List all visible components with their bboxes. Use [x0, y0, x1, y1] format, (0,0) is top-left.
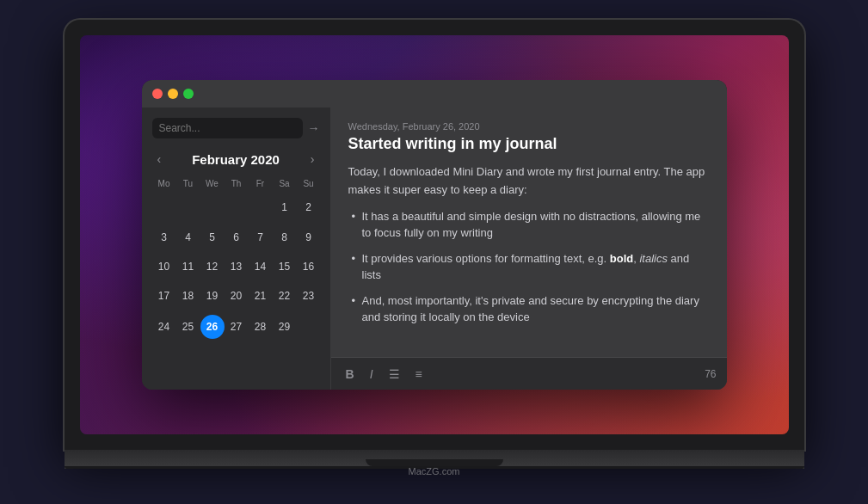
day-cell[interactable]	[152, 191, 176, 223]
weekday-mo: Mo	[152, 176, 176, 191]
day-cell[interactable]: 16	[297, 252, 321, 281]
day-cell[interactable]: 8	[273, 223, 297, 252]
calendar-month-year: February 2020	[192, 152, 280, 167]
day-cell[interactable]: 3	[152, 223, 176, 252]
macbook-outer: → ‹ February 2020 ›	[65, 20, 804, 484]
laptop-notch	[366, 459, 503, 466]
calendar: ‹ February 2020 › Mo Tu	[152, 151, 320, 379]
bullet2-pre: It provides various options for formatti…	[362, 252, 610, 265]
table-row: 10 11 12 13 14 15 16	[152, 252, 321, 281]
day-cell[interactable]: 5	[200, 223, 225, 252]
day-cell[interactable]: 24	[152, 310, 176, 342]
list-item: And, most importantly, it's private and …	[348, 292, 710, 326]
day-cell[interactable]: 15	[273, 252, 297, 281]
day-cell[interactable]: 28	[249, 310, 273, 342]
day-cell[interactable]: 4	[176, 223, 200, 252]
day-cell[interactable]: 29	[273, 310, 297, 342]
search-input[interactable]	[152, 118, 303, 138]
day-cell[interactable]	[225, 191, 249, 223]
day-cell[interactable]: 26	[200, 310, 225, 342]
day-cell[interactable]: 10	[152, 252, 176, 281]
bullet2-bold: bold	[610, 252, 633, 265]
calendar-next-button[interactable]: ›	[305, 151, 320, 168]
list-item: It has a beautiful and simple design wit…	[348, 208, 710, 242]
weekday-fr: Fr	[249, 176, 273, 191]
calendar-header: ‹ February 2020 ›	[152, 151, 320, 168]
day-cell[interactable]: 12	[200, 252, 225, 281]
day-cell[interactable]: 25	[176, 310, 200, 342]
weekday-we: We	[200, 176, 225, 191]
day-cell[interactable]	[200, 191, 225, 223]
day-cell[interactable]: 23	[297, 281, 321, 310]
day-cell[interactable]	[176, 191, 200, 223]
list-ordered-icon[interactable]: ≡	[411, 365, 427, 384]
screen-bezel: → ‹ February 2020 ›	[65, 20, 804, 450]
day-cell[interactable]: 7	[249, 223, 273, 252]
weekday-sa: Sa	[273, 176, 297, 191]
day-cell[interactable]: 18	[176, 281, 200, 310]
screen-inner: → ‹ February 2020 ›	[80, 35, 789, 434]
entry-intro: Today, I downloaded Mini Diary and wrote…	[348, 163, 710, 200]
day-cell[interactable]: 22	[273, 281, 297, 310]
list-item: It provides various options for formatti…	[348, 250, 710, 284]
bold-button[interactable]: B	[342, 365, 359, 384]
bullet2-mid: ,	[633, 252, 639, 265]
day-cell[interactable]: 14	[249, 252, 273, 281]
day-cell[interactable]: 27	[225, 310, 249, 342]
day-cell[interactable]: 2	[297, 191, 321, 223]
weekday-tu: Tu	[176, 176, 200, 191]
table-row: 3 4 5 6 7 8 9	[152, 223, 321, 252]
day-cell[interactable]	[249, 191, 273, 223]
calendar-prev-button[interactable]: ‹	[152, 151, 167, 168]
table-row: 24 25 26 27 28 29	[152, 310, 321, 342]
search-arrow-icon[interactable]: →	[308, 121, 320, 135]
day-cell[interactable]: 20	[225, 281, 249, 310]
day-cell[interactable]: 13	[225, 252, 249, 281]
entry-title: Started writing in my journal	[348, 135, 710, 153]
sidebar: → ‹ February 2020 ›	[142, 108, 331, 390]
day-cell[interactable]: 9	[297, 223, 321, 252]
day-cell[interactable]: 6	[225, 223, 249, 252]
day-cell[interactable]: 17	[152, 281, 176, 310]
website-label: MacZG.com	[409, 466, 460, 476]
list-bullet-icon[interactable]: ☰	[385, 365, 404, 384]
main-content: → ‹ February 2020 ›	[142, 108, 727, 390]
day-cell[interactable]: 11	[176, 252, 200, 281]
day-cell[interactable]	[297, 310, 321, 342]
italic-button[interactable]: I	[366, 365, 378, 384]
search-bar: →	[152, 118, 320, 138]
weekday-su: Su	[297, 176, 321, 191]
bullet2-italic: italics	[639, 252, 668, 265]
journal-toolbar: B I ☰ ≡ 76	[331, 357, 727, 390]
calendar-grid: Mo Tu We Th Fr Sa Su	[152, 176, 320, 342]
day-cell[interactable]: 1	[273, 191, 297, 223]
maximize-button[interactable]	[183, 89, 194, 99]
entry-date: Wednesday, February 26, 2020	[348, 121, 710, 132]
entry-body: Today, I downloaded Mini Diary and wrote…	[348, 163, 710, 326]
word-count: 76	[705, 368, 716, 380]
journal-panel: Wednesday, February 26, 2020 Started wri…	[331, 108, 727, 390]
journal-content: Wednesday, February 26, 2020 Started wri…	[331, 108, 727, 357]
table-row: 1 2	[152, 191, 321, 223]
app-window: → ‹ February 2020 ›	[142, 80, 727, 390]
title-bar	[142, 80, 727, 108]
close-button[interactable]	[152, 89, 163, 99]
minimize-button[interactable]	[168, 89, 178, 99]
weekday-th: Th	[225, 176, 249, 191]
day-cell[interactable]: 21	[249, 281, 273, 310]
day-cell[interactable]: 19	[200, 281, 225, 310]
table-row: 17 18 19 20 21 22 23	[152, 281, 321, 310]
